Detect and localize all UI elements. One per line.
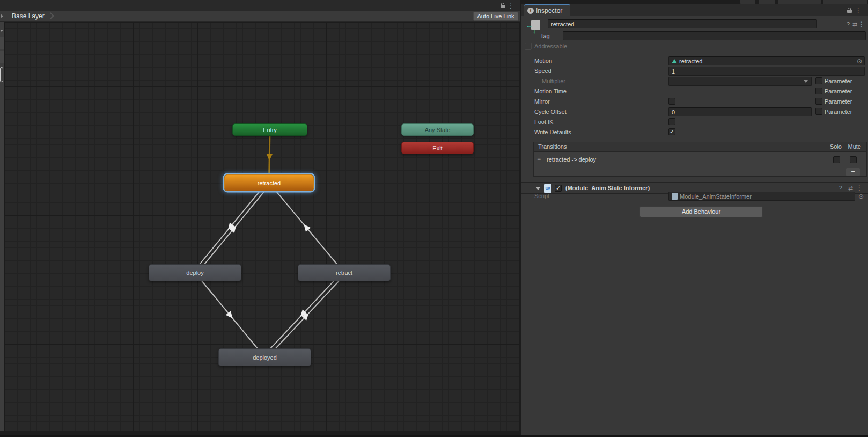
- foot-ik-checkbox[interactable]: [668, 118, 675, 125]
- tab-inspector-label: Inspector: [536, 7, 562, 14]
- tag-label: Tag: [540, 33, 550, 39]
- dropdown-arrow-icon: [804, 80, 808, 83]
- foldout-arrow-icon[interactable]: [535, 187, 541, 190]
- state-node-exit[interactable]: Exit: [401, 142, 474, 154]
- cycle-offset-label: Cycle Offset: [534, 108, 567, 115]
- lock-icon[interactable]: [501, 3, 505, 9]
- multiplier-dropdown[interactable]: [668, 77, 812, 86]
- window-bottom-edge: [0, 435, 868, 437]
- presets-icon[interactable]: ⇄: [852, 21, 857, 28]
- sidebar-tab[interactable]: [0, 51, 4, 63]
- csharp-script-icon: C#: [544, 184, 551, 193]
- state-node-deployed[interactable]: deployed: [218, 348, 311, 366]
- foot-ik-label: Foot IK: [534, 119, 553, 125]
- transitions-list-footer: −: [533, 167, 867, 177]
- sidebar-foldout-icon[interactable]: [0, 30, 3, 32]
- sidebar-tab[interactable]: [0, 37, 4, 49]
- transition-solo-checkbox[interactable]: [833, 156, 840, 163]
- lock-icon[interactable]: [847, 8, 852, 13]
- object-picker-icon[interactable]: ⊙: [857, 57, 862, 65]
- mirror-label: Mirror: [534, 98, 550, 105]
- transitions-list: Transitions Solo Mute ≡ retracted -> dep…: [533, 142, 867, 177]
- script-field[interactable]: Module_AnimStateInformer: [668, 192, 855, 201]
- inspector-panel: i Inspector ⋮ ←↓ retracted ? ⇄ ⋮ Tag Add…: [521, 4, 868, 435]
- motion-value: retracted: [679, 58, 702, 64]
- info-icon: i: [527, 8, 534, 14]
- transitions-header: Transitions Solo Mute: [533, 142, 867, 152]
- kebab-menu-icon[interactable]: ⋮: [858, 20, 865, 28]
- remove-transition-button[interactable]: −: [846, 168, 860, 176]
- motion-time-parameter-checkbox[interactable]: [815, 88, 822, 94]
- tag-input[interactable]: [563, 31, 866, 40]
- state-node-entry[interactable]: Entry: [232, 123, 307, 136]
- speed-value: 1: [672, 68, 675, 75]
- speed-input[interactable]: 1: [668, 67, 865, 76]
- script-value: Module_AnimStateInformer: [680, 193, 752, 200]
- help-icon[interactable]: ?: [847, 21, 850, 27]
- state-name-value: retracted: [551, 21, 574, 27]
- collapsed-sidebar[interactable]: [0, 22, 4, 431]
- breadcrumb-chevron-icon: [47, 12, 54, 19]
- animator-graph-panel: ⋮ Base Layer Auto Live Link EntryAny Sta…: [0, 0, 520, 431]
- help-icon[interactable]: ?: [839, 185, 842, 191]
- inspector-tabbar: i Inspector ⋮: [521, 4, 868, 16]
- write-defaults-checkbox[interactable]: ✓: [668, 128, 675, 135]
- parameter-label: Parameter: [825, 88, 852, 94]
- state-machine-canvas[interactable]: EntryAny StateExitretracteddeployretract…: [4, 22, 520, 431]
- auto-live-link-button[interactable]: Auto Live Link: [473, 12, 518, 21]
- graph-panel-titlebar: ⋮: [0, 0, 520, 11]
- presets-icon[interactable]: ⇄: [848, 185, 853, 192]
- parameter-label: Parameter: [825, 98, 852, 105]
- behaviour-enabled-checkbox[interactable]: ✓: [555, 185, 562, 192]
- breadcrumb-bar: Base Layer Auto Live Link: [0, 11, 520, 22]
- script-asset-icon: [672, 193, 678, 200]
- state-node-retracted[interactable]: retracted: [224, 174, 314, 191]
- animator-state-icon: ←↓: [526, 19, 543, 34]
- cycle-offset-value: 0: [672, 109, 675, 115]
- panel-expand-icon[interactable]: [1, 14, 3, 18]
- transition-arrow-icon[interactable]: [266, 154, 273, 161]
- motion-field[interactable]: retracted ⊙: [668, 56, 865, 65]
- cycle-offset-parameter-checkbox[interactable]: [815, 108, 822, 115]
- behaviour-title: (Module_Anim State Informer): [565, 185, 650, 191]
- motion-time-label: Motion Time: [534, 88, 567, 94]
- state-node-retract[interactable]: retract: [298, 264, 391, 281]
- mirror-parameter-checkbox[interactable]: [815, 98, 822, 105]
- transition-row-label: retracted -> deploy: [547, 156, 596, 163]
- state-node-anystate[interactable]: Any State: [401, 123, 474, 136]
- addressable-label: Addressable: [534, 43, 567, 49]
- kebab-menu-icon[interactable]: ⋮: [856, 184, 863, 192]
- transitions-title: Transitions: [538, 143, 567, 150]
- mirror-checkbox[interactable]: [668, 98, 675, 105]
- speed-label: Speed: [534, 68, 551, 74]
- add-behaviour-button[interactable]: Add Behaviour: [639, 206, 763, 217]
- breadcrumb[interactable]: Base Layer: [12, 12, 45, 20]
- sidebar-tab-selected[interactable]: [0, 67, 3, 82]
- solo-column-label: Solo: [830, 143, 842, 150]
- multiplier-label: Multiplier: [542, 78, 565, 84]
- multiplier-parameter-checkbox[interactable]: [815, 77, 822, 84]
- animation-clip-icon: [672, 59, 677, 63]
- object-picker-icon[interactable]: ⊙: [858, 193, 864, 200]
- toolbar-button[interactable]: [778, 0, 821, 4]
- state-node-deploy[interactable]: deploy: [149, 264, 241, 281]
- state-name-input[interactable]: retracted: [548, 19, 817, 28]
- cycle-offset-input[interactable]: 0: [668, 107, 812, 116]
- write-defaults-label: Write Defaults: [534, 129, 571, 135]
- tab-inspector[interactable]: i Inspector: [524, 4, 570, 16]
- parameter-label: Parameter: [825, 78, 852, 84]
- kebab-menu-icon[interactable]: ⋮: [855, 7, 862, 14]
- toolbar-button[interactable]: [759, 0, 775, 4]
- toolbar-button[interactable]: [823, 0, 867, 4]
- motion-label: Motion: [534, 57, 552, 64]
- script-label: Script: [534, 193, 549, 199]
- transition-row[interactable]: ≡ retracted -> deploy: [533, 152, 867, 167]
- parameter-label: Parameter: [825, 108, 852, 115]
- drag-handle-icon[interactable]: ≡: [537, 156, 541, 163]
- transition-mute-checkbox[interactable]: [850, 156, 857, 163]
- kebab-menu-icon[interactable]: ⋮: [507, 2, 514, 10]
- toolbar-button[interactable]: [740, 0, 755, 4]
- mute-column-label: Mute: [848, 143, 861, 150]
- addressable-checkbox[interactable]: [525, 43, 532, 50]
